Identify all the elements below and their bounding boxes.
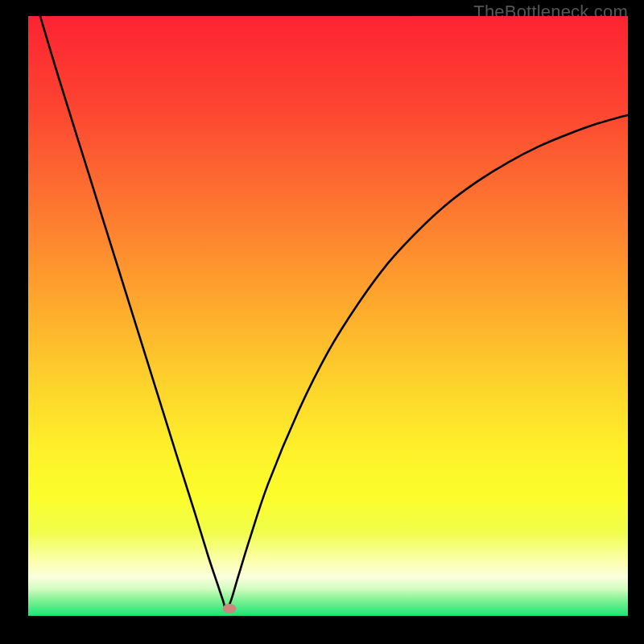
plot-area (28, 16, 628, 616)
gradient-background (28, 16, 628, 616)
optimum-marker (222, 604, 236, 613)
chart-svg (28, 16, 628, 616)
chart-frame: TheBottleneck.com (0, 0, 644, 644)
